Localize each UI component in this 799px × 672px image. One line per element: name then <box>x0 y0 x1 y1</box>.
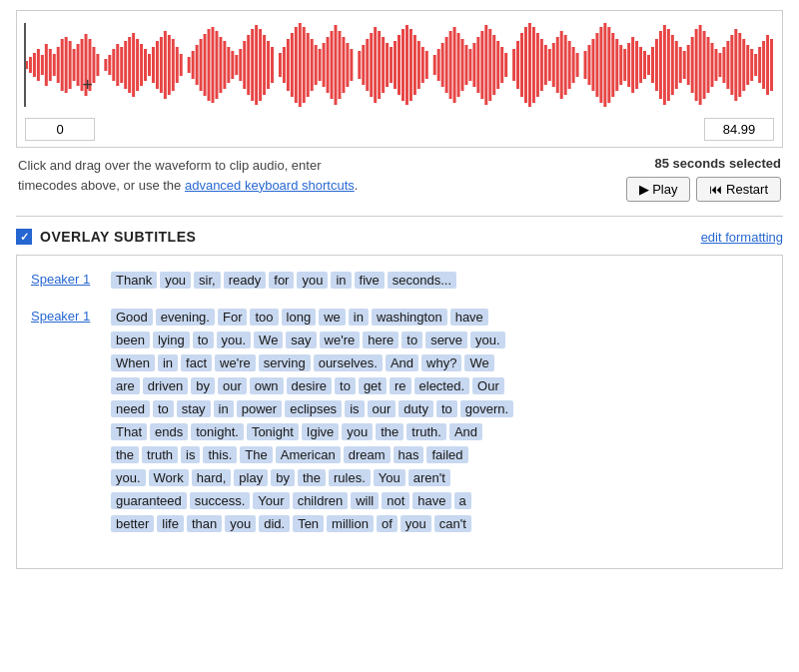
word-chip[interactable]: failed <box>426 446 467 463</box>
waveform-area[interactable]: .wbar { fill: #e53030; } <box>16 10 783 148</box>
word-chip[interactable]: did. <box>259 515 290 532</box>
restart-button[interactable]: ⏮ Restart <box>696 177 781 202</box>
word-chip[interactable]: Good <box>111 309 153 326</box>
word-chip[interactable]: to <box>193 332 214 348</box>
word-chip[interactable]: dream <box>344 446 391 463</box>
word-chip[interactable]: not <box>382 492 409 509</box>
word-chip[interactable]: aren't <box>408 469 450 486</box>
end-timecode-input[interactable]: 84.99 <box>704 118 774 141</box>
word-chip[interactable]: serve <box>425 332 467 348</box>
waveform-visualization[interactable]: .wbar { fill: #e53030; } <box>23 19 776 109</box>
word-chip[interactable]: success. <box>190 492 251 509</box>
word-chip[interactable]: We <box>254 332 283 348</box>
word-chip[interactable]: say <box>286 332 316 348</box>
word-chip[interactable]: you. <box>217 332 252 348</box>
word-chip[interactable]: we're <box>215 354 256 371</box>
word-chip[interactable]: you. <box>470 332 505 348</box>
word-chip[interactable]: own <box>250 377 284 394</box>
word-chip[interactable]: Tonight <box>247 423 299 440</box>
word-chip[interactable]: why? <box>421 354 461 371</box>
word-chip[interactable]: desire <box>287 377 332 394</box>
word-chip[interactable]: will <box>351 492 379 509</box>
word-chip[interactable]: of <box>377 515 398 532</box>
word-chip[interactable]: life <box>157 515 184 532</box>
word-chip[interactable]: ourselves. <box>314 354 383 371</box>
word-chip[interactable]: washington <box>372 309 447 326</box>
keyboard-shortcuts-link[interactable]: advanced keyboard shortcuts <box>185 178 355 193</box>
word-chip[interactable]: is <box>181 446 200 463</box>
word-chip[interactable]: serving <box>259 354 311 371</box>
word-chip[interactable]: children <box>293 492 349 509</box>
word-chip[interactable]: in <box>158 354 178 371</box>
word-chip[interactable]: are <box>111 377 140 394</box>
word-chip[interactable]: truth. <box>406 423 446 440</box>
word-chip[interactable]: Ten <box>293 515 324 532</box>
word-chip[interactable]: evening. <box>156 309 215 326</box>
word-chip[interactable]: When <box>111 354 155 371</box>
word-chip[interactable]: has <box>394 446 424 463</box>
word-chip[interactable]: a <box>454 492 471 509</box>
word-chip[interactable]: for <box>269 272 294 289</box>
word-chip[interactable]: million <box>327 515 374 532</box>
word-chip[interactable]: our <box>218 377 247 394</box>
word-chip[interactable]: fact <box>181 354 212 371</box>
word-chip[interactable]: in <box>214 400 234 417</box>
word-chip[interactable]: guaranteed <box>111 492 187 509</box>
word-chip[interactable]: We <box>464 354 493 371</box>
word-chip[interactable]: rules. <box>329 469 371 486</box>
word-chip[interactable]: to <box>401 332 422 348</box>
word-chip[interactable]: to <box>335 377 356 394</box>
word-chip[interactable]: you. <box>111 469 146 486</box>
word-chip[interactable]: you <box>342 423 373 440</box>
word-chip[interactable]: you <box>160 272 191 289</box>
word-chip[interactable]: you <box>225 515 256 532</box>
word-chip[interactable]: American <box>276 446 341 463</box>
word-chip[interactable]: the <box>111 446 139 463</box>
word-chip[interactable]: can't <box>434 515 471 532</box>
word-chip[interactable]: to <box>153 400 174 417</box>
word-chip[interactable]: the <box>376 423 403 440</box>
word-chip[interactable]: ends <box>150 423 188 440</box>
word-chip[interactable]: by <box>271 469 295 486</box>
word-chip[interactable]: to <box>436 400 457 417</box>
word-chip[interactable]: re <box>390 377 411 394</box>
word-chip[interactable]: govern. <box>460 400 513 417</box>
word-chip[interactable]: driven <box>143 377 188 394</box>
word-chip[interactable]: the <box>298 469 326 486</box>
word-chip[interactable]: by <box>191 377 215 394</box>
word-chip[interactable]: Work <box>149 469 189 486</box>
word-chip[interactable]: You <box>374 469 405 486</box>
word-chip[interactable]: For <box>218 309 248 326</box>
word-chip[interactable]: Thank <box>111 272 157 289</box>
word-chip[interactable]: Your <box>253 492 289 509</box>
word-chip[interactable]: we <box>319 309 346 326</box>
edit-formatting-link[interactable]: edit formatting <box>701 230 783 245</box>
word-chip[interactable]: tonight. <box>191 423 244 440</box>
start-timecode-input[interactable]: 0 <box>25 118 95 141</box>
word-chip[interactable]: you <box>400 515 431 532</box>
word-chip[interactable]: sir, <box>194 272 221 289</box>
word-chip[interactable]: than <box>187 515 222 532</box>
word-chip[interactable]: you <box>297 272 328 289</box>
word-chip[interactable]: truth <box>142 446 178 463</box>
word-chip[interactable]: lying <box>153 332 190 348</box>
word-chip[interactable]: long <box>282 309 317 326</box>
word-chip[interactable]: too <box>250 309 278 326</box>
word-chip[interactable]: power <box>237 400 282 417</box>
word-chip[interactable]: Igive <box>302 423 339 440</box>
word-chip[interactable]: stay <box>177 400 211 417</box>
word-chip[interactable]: better <box>111 515 154 532</box>
play-button[interactable]: ▶ Play <box>626 177 691 202</box>
word-chip[interactable]: this. <box>203 446 237 463</box>
word-chip[interactable]: duty <box>399 400 433 417</box>
word-chip[interactable]: here <box>363 332 399 348</box>
word-chip[interactable]: have <box>412 492 450 509</box>
word-chip[interactable]: our <box>368 400 397 417</box>
word-chip[interactable]: And <box>449 423 482 440</box>
word-chip[interactable]: seconds... <box>388 272 456 289</box>
word-chip[interactable]: been <box>111 332 150 348</box>
word-chip[interactable]: The <box>240 446 272 463</box>
word-chip[interactable]: need <box>111 400 150 417</box>
word-chip[interactable]: elected. <box>414 377 470 394</box>
word-chip[interactable]: ready <box>224 272 267 289</box>
